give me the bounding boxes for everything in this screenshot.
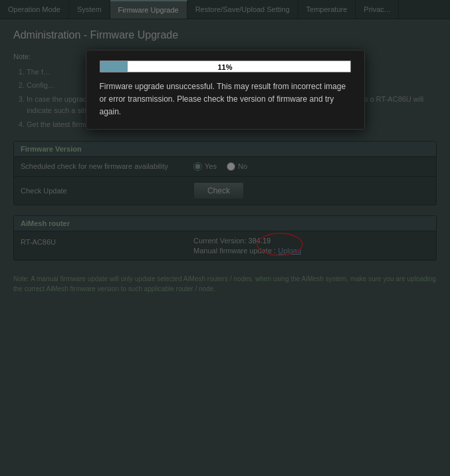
progress-bar-container: 11% (100, 60, 351, 72)
popup-overlay: 11% Firmware upgrade unsuccessful. This … (0, 0, 450, 476)
popup-box: 11% Firmware upgrade unsuccessful. This … (86, 50, 365, 130)
progress-bar-label: 11% (100, 61, 350, 73)
popup-message: Firmware upgrade unsuccessful. This may … (100, 80, 351, 119)
